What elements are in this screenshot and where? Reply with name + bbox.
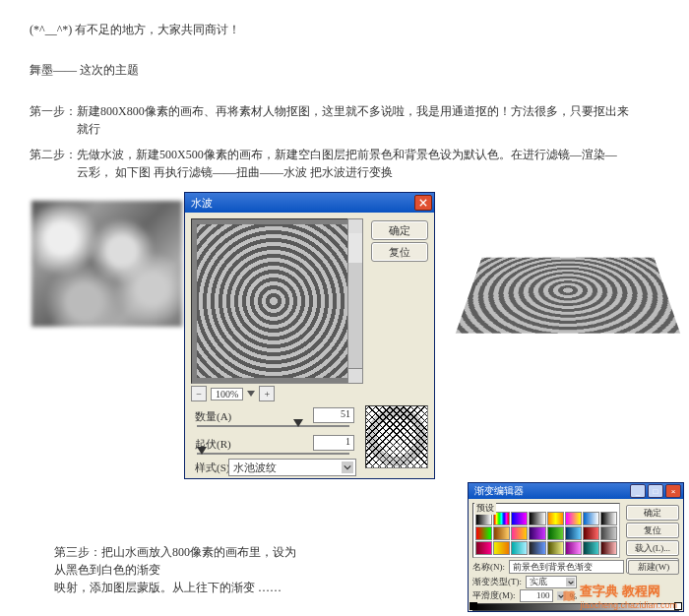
step2: 第二步：先做水波，新建500X500像素的画布，新建空白图层把前景色和背景色设为… [30,144,689,183]
effect-preview [191,218,356,384]
type-label: 渐变类型(T): [472,576,522,588]
book-icon [562,589,576,603]
step3: 第三步：把山水画放入800像素的画布里，设为从黑色到白色的渐变 映射，添加图层蒙… [54,541,300,598]
maximize-icon[interactable]: □ [648,484,663,498]
style-value: 水池波纹 [233,461,277,475]
watermark: 查字典 教程网 jiaocheng.chazidian.com [562,583,677,610]
gradient-swatch[interactable] [475,526,492,540]
theme-text: 舞墨—— 这次的主题 [30,60,689,81]
ridges-input[interactable]: 1 [313,435,354,451]
gradient-swatch[interactable] [547,541,564,555]
minimize-icon[interactable]: _ [630,484,646,498]
dialog-title: 水波 [191,196,213,211]
gradient-swatch[interactable] [547,512,564,525]
reset-button[interactable]: 复位 [371,242,428,262]
style-preview-swatch [365,405,428,468]
load-button[interactable]: 载入(L)... [626,540,679,556]
ridges-slider-track[interactable] [197,453,349,455]
close-icon[interactable]: × [665,484,681,498]
zoom-controls: − 100% + [191,386,356,401]
intro-text: (*^__^*) 有不足的地方，大家共同商讨！ [30,20,689,40]
smooth-input[interactable]: 100 [520,589,553,602]
ripple-dialog: 水波 确定 复位 − 100% + 数量(A) 51 起伏(R) 1 样式(S)… [184,192,435,479]
gradient-swatch[interactable] [493,541,510,555]
transformed-ripple-preview [470,216,665,325]
ok-button[interactable]: 确定 [626,505,679,521]
watermark-url: jiaocheng.chazidian.com [580,600,677,610]
gradient-swatch[interactable] [565,541,582,555]
step2-line2: 云彩， 如下图 再执行滤镜——扭曲——水波 把水波进行变换 [77,165,393,179]
gradient-swatch[interactable] [600,512,617,525]
amount-slider-thumb[interactable] [293,419,303,427]
zoom-in-button[interactable]: + [259,386,275,401]
step1-line2: 就行 [77,122,100,136]
zoom-level: 100% [211,388,243,400]
name-label: 名称(N): [472,561,505,574]
amount-slider-track[interactable] [197,425,349,427]
style-select[interactable]: 水池波纹 [228,459,356,476]
style-label: 样式(S) [195,461,229,475]
watermark-brand: 查字典 教程网 [580,583,677,600]
transformed-ripple-image [456,258,680,334]
presets-label: 预设 [474,502,496,515]
gradient-swatch[interactable] [511,512,528,525]
clouds-render-preview [31,201,182,327]
new-button[interactable]: 新建(W) [628,560,679,575]
step3-line2: 映射，添加图层蒙版。从上往下的渐变 …… [54,581,282,594]
preview-scrollbar[interactable] [347,218,363,384]
scroll-down-icon[interactable] [348,368,362,383]
step1: 第一步：新建800X800像素的画布、再将素材人物抠图，这里就不多说啦，我是用通… [30,100,689,140]
gradient-swatch[interactable] [529,526,545,540]
gradient-swatch[interactable] [511,541,528,555]
zoom-out-button[interactable]: − [191,386,207,401]
ridges-slider-thumb[interactable] [197,447,207,455]
ripple-preview-image [197,224,350,378]
smooth-label: 平滑度(M): [472,589,516,602]
type-value: 实底 [530,576,547,588]
zoom-menu-icon[interactable] [247,391,255,397]
gradient-swatch[interactable] [600,541,617,555]
gradient-titlebar[interactable]: 渐变编辑器 _ □ × [469,483,683,499]
step2-line1: 第二步：先做水波，新建500X500像素的画布，新建空白图层把前景色和背景色设为… [30,148,617,161]
close-icon[interactable] [414,195,432,211]
step3-line1: 第三步：把山水画放入800像素的画布里，设为从黑色到白色的渐变 [54,545,296,577]
gradient-swatch[interactable] [600,526,617,540]
gradient-swatch[interactable] [583,526,599,540]
amount-input[interactable]: 51 [313,407,354,423]
scroll-thumb[interactable] [348,233,362,263]
gradient-swatch[interactable] [547,526,564,540]
gradient-swatch[interactable] [583,541,599,555]
scroll-up-icon[interactable] [348,219,362,234]
gradient-swatch[interactable] [529,512,545,525]
gradient-swatch[interactable] [565,526,582,540]
step1-line1: 第一步：新建800X800像素的画布、再将素材人物抠图，这里就不多说啦，我是用通… [30,104,629,118]
cancel-button[interactable]: 复位 [626,523,679,538]
name-input[interactable]: 前景色到背景色渐变 [509,560,624,574]
gradient-swatch[interactable] [511,526,528,540]
gradient-swatch[interactable] [583,512,599,525]
gradient-stop-black[interactable] [470,602,477,610]
amount-label: 数量(A) [195,409,231,424]
gradient-swatch[interactable] [565,512,582,525]
gradient-swatch[interactable] [493,526,510,540]
chevron-down-icon [342,462,353,473]
dialog-titlebar[interactable]: 水波 [185,193,434,213]
gradient-swatch[interactable] [529,541,545,555]
ok-button[interactable]: 确定 [371,220,428,240]
gradient-dialog-title: 渐变编辑器 [474,484,524,498]
gradient-swatch[interactable] [475,541,492,555]
